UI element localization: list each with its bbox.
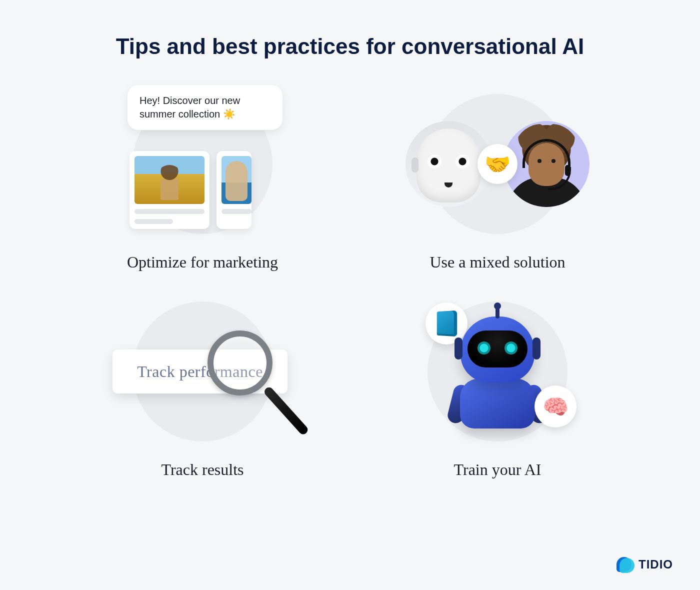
tip-track-results: Track performance Track results: [75, 302, 330, 479]
tidio-logo-text: TIDIO: [638, 558, 673, 572]
product-thumbnail-sunflowers: [134, 156, 204, 204]
tip-illustration: Track performance: [132, 302, 272, 442]
tip-caption: Train your AI: [454, 460, 542, 479]
skeleton-line: [134, 209, 204, 214]
product-card: [216, 151, 252, 229]
product-card: [130, 151, 210, 229]
page-title: Tips and best practices for conversation…: [0, 0, 700, 59]
track-performance-card: Track performance: [112, 350, 288, 394]
track-performance-label: Track performance: [137, 362, 263, 381]
tip-caption: Track results: [161, 460, 244, 479]
chat-bubble: Hey! Discover our new summer collection …: [128, 85, 282, 130]
skeleton-line: [134, 219, 173, 224]
tidio-logo: TIDIO: [616, 556, 673, 573]
tip-optimize-marketing: Hey! Discover our new summer collection …: [75, 94, 330, 272]
tidio-logo-icon: [616, 556, 634, 573]
tip-caption: Optimize for marketing: [127, 253, 278, 272]
tip-illustration: 🤝: [428, 94, 568, 234]
blue-robot-illustration: [452, 316, 542, 426]
chat-message-text: Hey! Discover our new summer collection …: [140, 95, 240, 120]
tip-illustration: Hey! Discover our new summer collection …: [132, 94, 272, 234]
tips-grid: Hey! Discover our new summer collection …: [75, 94, 625, 479]
tip-illustration: 🧠: [428, 302, 568, 442]
tip-caption: Use a mixed solution: [430, 253, 565, 272]
skeleton-line: [222, 209, 252, 214]
tip-mixed-solution: 🤝 Use a mixed solution: [370, 94, 625, 272]
product-cards: [130, 151, 252, 229]
tip-train-ai: 🧠 Train your AI: [370, 302, 625, 479]
product-thumbnail-beach: [222, 156, 252, 204]
handshake-icon: 🤝: [478, 144, 518, 184]
brain-icon: 🧠: [534, 386, 576, 428]
